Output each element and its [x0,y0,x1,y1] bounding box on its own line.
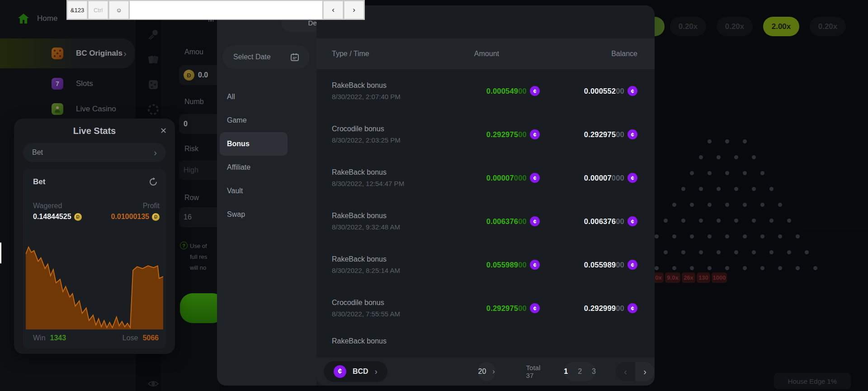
stats-mode-value: Bet [32,148,43,157]
transaction-type: Crocodile bonus [332,125,443,133]
amount-value-trailing: 00 [518,217,527,226]
pagination: 1 2 3 [564,362,596,381]
close-icon[interactable]: ✕ [160,126,167,136]
balance-value: 0.055989 [584,261,616,269]
bill-sidebar: Select Date All Game Bonus Affiliate Vau… [217,5,316,386]
bcd-coin-icon: ¢ [334,365,346,378]
text-cursor [0,243,1,263]
balance-value: 0.292999 [584,304,616,313]
page-number[interactable]: 1 [564,367,568,376]
page-number[interactable]: 2 [578,367,582,376]
amount-value: 0.292975 [486,130,518,139]
transaction-type: RakeBack bonus [332,337,655,345]
live-stats-card: Bet Wagered 0.14844525 Ð Profit 0.010001… [23,169,166,348]
chevron-right-icon: › [154,148,157,158]
currency-select[interactable]: ¢ BCD › [324,361,387,382]
balance-value: 0.292975 [584,130,616,139]
keyboard-text-input[interactable] [130,1,322,19]
page-size-select[interactable]: 20 › [478,362,495,381]
wagered-value: 0.14844525 [33,213,71,221]
next-page-button[interactable]: › [635,362,655,381]
doge-coin-icon: Ð [152,213,160,221]
transaction-time: 8/30/2022, 7:55:55 AM [332,310,443,318]
wagered-label: Wagered [33,202,82,210]
bcd-coin-icon: ¢ [530,129,540,139]
column-header-type-time: Type / Time [316,50,443,58]
table-row: RakeBack bonus 8/30/2022, 12:54:47 PM 0.… [316,156,655,200]
bill-filter-item[interactable]: Bonus [220,132,288,156]
bill-filter-item[interactable]: All [220,85,288,109]
amount-value-trailing: 00 [518,261,527,269]
win-stat: Win1343 [33,334,66,342]
lose-label: Lose [123,334,138,342]
stats-card-title: Bet [33,177,45,186]
table-row: RakeBack bonus 8/30/2022, 2:07:40 PM 0.0… [316,69,655,113]
calendar-icon [291,53,299,61]
keyboard-key[interactable]: Ctrl [88,1,108,19]
transaction-time: 8/30/2022, 2:03:25 PM [332,136,443,144]
amount-value: 0.000549 [486,87,518,95]
reset-icon[interactable] [149,177,158,186]
currency-label: BCD [353,367,368,376]
profit-stat: Profit 0.01000135 Ð [111,202,160,221]
bill-filter-item[interactable]: Swap [220,203,288,226]
bcd-coin-icon: ¢ [530,173,540,183]
bcd-coin-icon: ¢ [530,260,540,270]
live-stats-panel: Live Stats ✕ Bet › Bet Wagered 0.1484452… [14,119,175,354]
amount-value: 0.00007 [486,174,514,182]
bill-table: Type / Time Amount Balance RakeBack bonu… [316,5,655,386]
amount-value-trailing: 00 [518,304,527,313]
balance-value-trailing: 00 [616,130,624,139]
bill-table-header: Type / Time Amount Balance [316,38,655,69]
select-date-button[interactable]: Select Date [222,45,310,69]
amount-value: 0.292975 [486,304,518,313]
win-value: 1343 [50,334,66,342]
balance-value-trailing: 00 [616,261,624,269]
keyboard-prev-key[interactable]: ‹ [323,1,343,19]
wallet-modal: Deposit Buy & Swap Withdraw Bill Select … [217,5,655,386]
table-row: RakeBack bonus ¢ ¢ [316,330,655,358]
keyboard-next-key[interactable]: › [344,1,364,19]
transaction-time: 8/30/2022, 8:25:14 AM [332,267,443,274]
profit-label: Profit [111,202,160,210]
bcd-coin-icon: ¢ [627,260,637,270]
transaction-type: RakeBack bonus [332,168,443,176]
chevron-right-icon: › [492,367,495,376]
live-stats-title: Live Stats [14,126,175,136]
table-row: RakeBack bonus 8/30/2022, 8:25:14 AM 0.0… [316,243,655,286]
bcd-coin-icon: ¢ [627,129,637,139]
table-row: Crocodile bonus 8/30/2022, 2:03:25 PM 0.… [316,113,655,156]
transaction-type: RakeBack bonus [332,81,443,90]
bill-filter-list: All Game Bonus Affiliate Vault Swap [220,85,288,226]
balance-value: 0.006376 [584,217,616,226]
bill-filter-item[interactable]: Vault [220,179,288,203]
bill-filter-item[interactable]: Game [220,109,288,132]
page-number[interactable]: 3 [592,367,596,376]
wagered-stat: Wagered 0.14844525 Ð [33,202,82,221]
transaction-type: Crocodile bonus [332,299,443,307]
column-header-balance: Balance [540,50,655,58]
total-count: Total 37 [526,364,541,379]
bcd-coin-icon: ¢ [530,303,540,313]
bcd-coin-icon: ¢ [627,86,637,96]
profit-area-chart [26,240,163,329]
select-date-label: Select Date [233,53,271,61]
stats-mode-select[interactable]: Bet › [23,143,166,162]
bill-filter-item[interactable]: Affiliate [220,156,288,179]
amount-value: 0.055989 [486,261,518,269]
bcd-coin-icon: ¢ [627,303,637,313]
amount-value-trailing: 000 [514,174,527,182]
keyboard-key[interactable]: &123 [67,1,87,19]
table-row: Crocodile bonus 8/30/2022, 7:55:55 AM 0.… [316,286,655,330]
bcd-coin-icon: ¢ [627,173,637,183]
profit-value: 0.01000135 [111,213,149,221]
balance-value-trailing: 00 [616,87,624,95]
amount-value-trailing: 00 [518,130,527,139]
lose-value: 5066 [142,334,159,342]
transaction-time: 8/30/2022, 2:07:40 PM [332,93,443,100]
column-header-amount: Amount [443,50,540,58]
lose-stat: Lose5066 [123,334,159,342]
keyboard-key[interactable]: ☺ [109,1,129,19]
bill-footer: ¢ BCD › 20 › Total 37 1 2 3 ‹ › [316,358,655,386]
prev-page-button[interactable]: ‹ [616,362,635,381]
